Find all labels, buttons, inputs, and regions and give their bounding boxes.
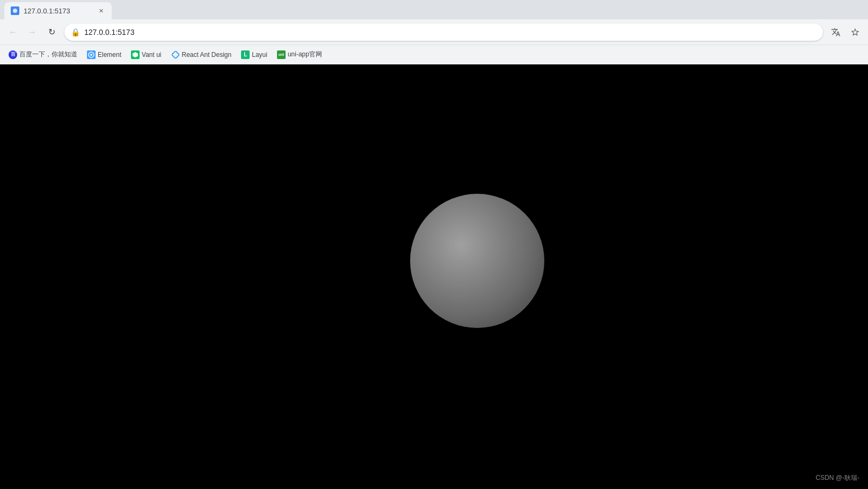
layui-favicon: L [241, 50, 250, 59]
bookmark-baidu[interactable]: 百 百度一下，你就知道 [4, 48, 82, 61]
browser-window: 127.0.0.1:5173 ✕ ← → ↻ 🔒 127.0.0.1:5173 [0, 0, 868, 489]
element-label: Element [98, 51, 121, 59]
bookmark-vant-ui[interactable]: Vant ui [127, 48, 165, 61]
back-button[interactable]: ← [4, 24, 21, 41]
bookmark-star-button[interactable] [847, 24, 864, 41]
react-ant-label: React Ant Design [182, 51, 232, 59]
tab-bar: 127.0.0.1:5173 ✕ [0, 0, 868, 19]
bookmark-uni-app[interactable]: uni uni-app官网 [273, 48, 326, 61]
forward-button[interactable]: → [24, 24, 41, 41]
svg-point-2 [90, 54, 92, 56]
vant-label: Vant ui [142, 51, 161, 59]
address-input-container[interactable]: 🔒 127.0.0.1:5173 [64, 24, 823, 41]
tab-favicon [11, 6, 19, 15]
tab-close-button[interactable]: ✕ [97, 6, 105, 15]
layui-label: Layui [252, 51, 267, 59]
sphere [410, 194, 544, 328]
lock-icon: 🔒 [71, 28, 80, 37]
address-text: 127.0.0.1:5173 [84, 28, 816, 37]
bookmark-layui[interactable]: L Layui [237, 48, 272, 61]
watermark: CSDN @-耿瑞- [815, 473, 859, 483]
svg-marker-3 [133, 52, 138, 57]
baidu-favicon: 百 [9, 50, 17, 59]
uni-label: uni-app官网 [288, 50, 322, 59]
tab-title: 127.0.0.1:5173 [24, 7, 92, 15]
translate-button[interactable] [827, 24, 844, 41]
uni-favicon: uni [277, 50, 286, 59]
react-ant-favicon [171, 50, 180, 59]
bookmarks-bar: 百 百度一下，你就知道 Element Vant ui [0, 45, 868, 64]
element-favicon [87, 50, 96, 59]
reload-button[interactable]: ↻ [43, 24, 60, 41]
svg-point-0 [13, 9, 17, 13]
content-area: CSDN @-耿瑞- [0, 64, 868, 489]
active-tab[interactable]: 127.0.0.1:5173 ✕ [4, 2, 112, 19]
address-bar: ← → ↻ 🔒 127.0.0.1:5173 [0, 19, 868, 45]
bookmark-react-ant-design[interactable]: React Ant Design [167, 48, 236, 61]
svg-rect-4 [172, 51, 179, 59]
bookmark-element[interactable]: Element [83, 48, 126, 61]
baidu-label: 百度一下，你就知道 [19, 50, 77, 59]
browser-controls [827, 24, 864, 41]
vant-favicon [131, 50, 140, 59]
